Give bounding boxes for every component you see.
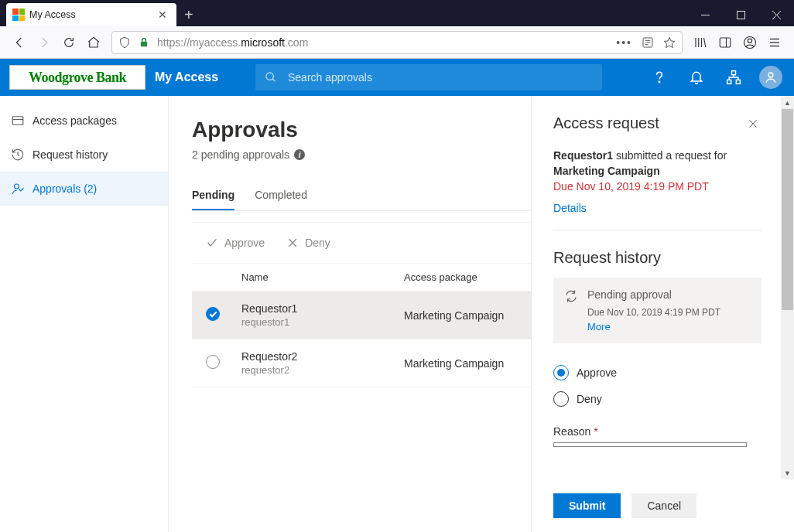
history-status: Pending approval — [587, 288, 720, 301]
col-package[interactable]: Access package — [404, 271, 517, 283]
shield-icon — [118, 36, 131, 49]
window-controls — [687, 3, 794, 26]
svg-point-17 — [748, 39, 751, 43]
sidebar-item-label: Approvals (2) — [33, 182, 97, 195]
reason-input[interactable] — [553, 442, 747, 447]
panel-title: Access request — [553, 114, 744, 132]
nav-forward — [33, 31, 56, 54]
search-input[interactable]: Search approvals — [255, 64, 602, 90]
hierarchy-icon[interactable] — [715, 59, 752, 96]
browser-chrome: My Access ✕ + https://myaccess.microsoft… — [0, 0, 794, 59]
cancel-button[interactable]: Cancel — [631, 493, 696, 518]
check-icon — [206, 237, 218, 249]
sidebar-item-label: Access packages — [33, 114, 117, 127]
details-panel: ▲ ▼ Access request Requestor1 submitted … — [531, 96, 794, 532]
account-icon[interactable] — [738, 31, 761, 54]
svg-point-30 — [15, 184, 19, 189]
approve-button[interactable]: Approve — [206, 237, 265, 249]
panel-footer: Submit Cancel — [532, 479, 794, 532]
row-package: Marketing Campaign — [404, 309, 517, 322]
svg-rect-25 — [727, 80, 731, 84]
scroll-down-icon[interactable]: ▼ — [781, 466, 794, 479]
details-link[interactable]: Details — [553, 202, 587, 214]
svg-rect-26 — [736, 80, 740, 84]
window-maximize[interactable] — [723, 3, 758, 26]
submit-button[interactable]: Submit — [553, 493, 621, 518]
nav-reload[interactable] — [57, 31, 80, 54]
avatar[interactable] — [752, 59, 789, 96]
refresh-icon — [564, 289, 578, 303]
sidebar-item-approvals[interactable]: Approvals (2) — [0, 172, 168, 206]
table-row[interactable]: Requestor1 requestor1 Marketing Campaign — [192, 292, 531, 339]
sidebar-item-label: Request history — [33, 148, 108, 161]
row-checkbox[interactable] — [206, 307, 220, 321]
history-due: Due Nov 10, 2019 4:19 PM PDT — [587, 307, 720, 318]
history-more-link[interactable]: More — [587, 321, 720, 332]
svg-point-21 — [266, 73, 273, 80]
col-name[interactable]: Name — [241, 271, 404, 283]
address-bar: https://myaccess.microsoft.com ••• — [0, 26, 794, 59]
radio-deny[interactable]: Deny — [553, 391, 761, 407]
history-card: Pending approval Due Nov 10, 2019 4:19 P… — [553, 278, 761, 343]
info-icon[interactable]: i — [294, 149, 305, 160]
svg-rect-24 — [732, 71, 736, 75]
nav-back[interactable] — [8, 31, 31, 54]
window-minimize[interactable] — [687, 3, 723, 26]
app-header: Woodgrove Bank My Access Search approval… — [0, 59, 794, 96]
scroll-up-icon[interactable]: ▲ — [781, 96, 794, 109]
sidebar: Access packages Request history Approval… — [0, 96, 169, 532]
nav-home[interactable] — [82, 31, 105, 54]
svg-rect-1 — [737, 11, 744, 19]
tab-completed[interactable]: Completed — [255, 182, 307, 210]
svg-point-27 — [768, 73, 773, 77]
svg-line-13 — [704, 38, 706, 47]
reason-field: Reason * — [553, 425, 761, 447]
row-package: Marketing Campaign — [404, 357, 517, 370]
tabs: Pending Completed — [192, 182, 531, 211]
panel-close-icon[interactable] — [744, 115, 761, 132]
decision-radios: Approve Deny — [553, 365, 761, 407]
row-checkbox[interactable] — [206, 355, 220, 369]
sidebar-item-access-packages[interactable]: Access packages — [0, 104, 168, 138]
brand-logo: Woodgrove Bank — [9, 65, 145, 90]
new-tab-button[interactable]: + — [176, 3, 201, 26]
table-header: Name Access package — [192, 263, 531, 292]
sidebar-icon[interactable] — [714, 31, 737, 54]
help-icon[interactable] — [641, 59, 678, 96]
toolbar: Approve Deny — [192, 222, 531, 263]
table-row[interactable]: Requestor2 requestor2 Marketing Campaign — [192, 339, 531, 387]
ms-favicon — [12, 9, 25, 21]
history-section-title: Request history — [553, 249, 761, 267]
svg-rect-28 — [12, 117, 23, 125]
tab-strip: My Access ✕ + — [0, 0, 794, 26]
x-icon — [286, 237, 299, 249]
lock-icon — [139, 37, 149, 48]
sidebar-item-request-history[interactable]: Request history — [0, 138, 168, 172]
menu-icon[interactable] — [763, 31, 786, 54]
due-date: Due Nov 10, 2019 4:19 PM PDT — [553, 180, 761, 193]
tab-pending[interactable]: Pending — [192, 182, 234, 210]
window-close[interactable] — [758, 3, 794, 26]
main-content: Approvals 2 pending approvalsi Pending C… — [169, 96, 531, 532]
panel-scrollbar[interactable]: ▲ ▼ — [781, 96, 794, 479]
row-name: Requestor1 — [241, 302, 404, 315]
search-icon — [265, 71, 277, 84]
svg-point-23 — [659, 81, 660, 83]
url-box[interactable]: https://myaccess.microsoft.com ••• — [111, 31, 683, 54]
app-title: My Access — [155, 70, 255, 84]
svg-line-22 — [272, 79, 275, 81]
library-icon[interactable] — [689, 31, 712, 54]
radio-approve[interactable]: Approve — [553, 365, 761, 380]
browser-tab[interactable]: My Access ✕ — [6, 3, 176, 26]
tab-close-icon[interactable]: ✕ — [156, 9, 169, 21]
svg-rect-4 — [141, 41, 147, 46]
bell-icon[interactable] — [678, 59, 715, 96]
reader-icon[interactable] — [642, 36, 654, 49]
svg-marker-9 — [664, 37, 674, 47]
deny-button[interactable]: Deny — [286, 237, 330, 249]
bookmark-icon[interactable] — [663, 36, 676, 49]
row-subname: requestor2 — [241, 364, 404, 376]
more-icon[interactable]: ••• — [616, 36, 632, 49]
scroll-thumb[interactable] — [782, 109, 793, 310]
package-icon — [11, 114, 25, 128]
